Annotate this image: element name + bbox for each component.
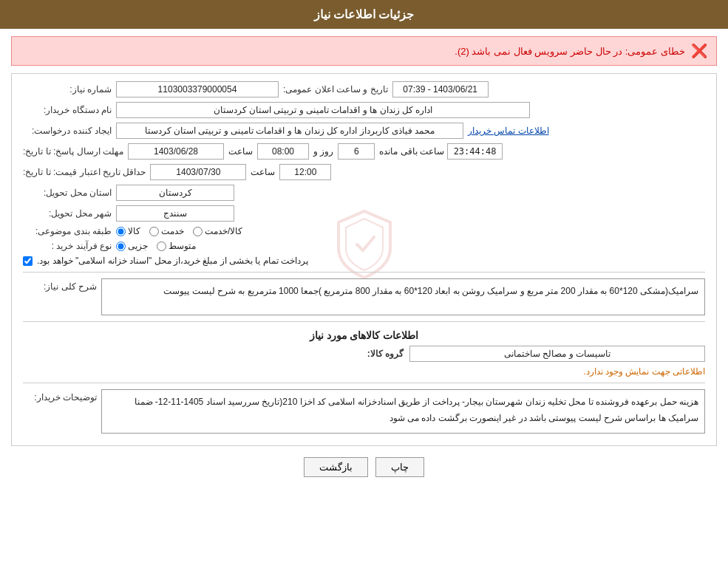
- buyer-org-value: اداره کل زندان ها و اقدامات تامینی و ترب…: [116, 102, 530, 118]
- row-creator: اطلاعات تماس خریدار محمد فیاذی کاربرداز …: [23, 123, 705, 139]
- error-message: خطای عمومی: در حال حاضر سرویس فعال نمی ب…: [455, 46, 685, 57]
- payment-checkbox-row: پرداخت تمام یا بخشی از مبلغ خرید،از محل …: [23, 256, 308, 266]
- goods-info-title: اطلاعات کالاهای مورد نیاز: [23, 329, 705, 341]
- process-label: نوع فرآیند خرید :: [23, 241, 112, 251]
- type-option-goods[interactable]: کالا: [116, 226, 140, 236]
- response-day-value: 6: [338, 143, 375, 160]
- divider-3: [23, 383, 705, 383]
- creator-value: محمد فیاذی کاربرداز اداره کل زندان ها و …: [116, 123, 463, 139]
- row-goods-group: تاسیسات و مصالح ساختمانی گروه کالا:: [23, 346, 705, 362]
- creator-link[interactable]: اطلاعات تماس خریدار: [468, 126, 549, 136]
- city-label: شهر محل تحویل:: [23, 208, 112, 219]
- divider-2: [23, 321, 705, 322]
- process-option-medium[interactable]: متوسط: [157, 241, 196, 251]
- divider-1: [23, 272, 705, 273]
- remaining-time-value: 23:44:48: [447, 143, 503, 160]
- province-value: کردستان: [116, 185, 234, 201]
- page-header: جزئیات اطلاعات نیاز: [0, 0, 728, 29]
- response-date-value: 1403/06/28: [128, 143, 224, 160]
- row-province: کردستان استان محل تحویل:: [23, 185, 705, 201]
- process-option-medium-label: متوسط: [169, 241, 196, 251]
- buyer-desc-label: توضیحات خریدار:: [23, 389, 97, 403]
- row-process: متوسط جزیی نوع فرآیند خرید :: [23, 241, 705, 251]
- no-info-text: اطلاعاتی جهت نمایش وجود ندارد.: [23, 366, 705, 377]
- response-deadline-label: مهلت ارسال پاسخ: تا تاریخ:: [23, 146, 123, 157]
- need-number-label: شماره نیاز:: [23, 84, 112, 95]
- response-time-label: ساعت: [228, 146, 253, 157]
- response-time-value: 08:00: [257, 143, 309, 160]
- type-radio-goods-service[interactable]: [193, 227, 203, 236]
- payment-checkbox[interactable]: [23, 256, 33, 266]
- back-button[interactable]: بازگشت: [304, 457, 368, 477]
- announce-date-value: 1403/06/21 - 07:39: [392, 81, 489, 97]
- buyer-desc-value: هزینه حمل برعهده فروشنده تا محل تخلیه زن…: [101, 389, 705, 434]
- description-label: شرح کلی نیاز:: [23, 278, 97, 292]
- remaining-time-group: 23:44:48 ساعت باقی مانده: [379, 143, 503, 160]
- type-radio-service[interactable]: [149, 227, 159, 236]
- main-form: AriaTender AriaTender .net 1403/06/21 - …: [11, 73, 717, 446]
- row-payment: پرداخت تمام یا بخشی از مبلغ خرید،از محل …: [23, 256, 705, 266]
- row-response-deadline: 23:44:48 ساعت باقی مانده 6 روز و 08:00 س…: [23, 143, 705, 160]
- process-option-partial-label: جزیی: [128, 241, 148, 251]
- type-option-goods-service-label: کالا/خدمت: [205, 226, 242, 236]
- type-option-service[interactable]: خدمت: [149, 226, 184, 236]
- row-city: سنندج شهر محل تحویل:: [23, 205, 705, 222]
- remaining-time-label: ساعت باقی مانده: [379, 146, 444, 157]
- process-radio-partial[interactable]: [116, 242, 126, 251]
- announce-date-label: تاریخ و ساعت اعلان عمومی:: [283, 84, 388, 95]
- price-valid-time-label: ساعت: [251, 167, 275, 177]
- buyer-org-label: نام دستگاه خریدار:: [23, 105, 112, 115]
- process-radio-medium[interactable]: [157, 242, 166, 251]
- row-buyer-desc: هزینه حمل برعهده فروشنده تا محل تخلیه زن…: [23, 389, 705, 434]
- row-need-number: 1403/06/21 - 07:39 تاریخ و ساعت اعلان عم…: [23, 81, 705, 97]
- print-button[interactable]: چاپ: [375, 457, 424, 477]
- error-icon: ❌: [691, 43, 707, 59]
- description-value: سرامیک(مشکی 120*60 به مقدار 200 متر مربع…: [101, 278, 705, 315]
- type-option-goods-service[interactable]: کالا/خدمت: [193, 226, 242, 236]
- type-option-service-label: خدمت: [161, 226, 184, 236]
- type-radio-goods[interactable]: [116, 227, 126, 236]
- row-description: سرامیک(مشکی 120*60 به مقدار 200 متر مربع…: [23, 278, 705, 315]
- row-buyer-org: اداره کل زندان ها و اقدامات تامینی و ترب…: [23, 102, 705, 118]
- province-label: استان محل تحویل:: [23, 188, 112, 198]
- goods-group-value: تاسیسات و مصالح ساختمانی: [409, 346, 705, 362]
- need-number-value: 1103003379000054: [116, 81, 279, 97]
- row-type: کالا/خدمت خدمت کالا طبقه بندی موضوعی:: [23, 226, 705, 236]
- creator-label: ایجاد کننده درخواست:: [23, 126, 112, 136]
- response-day-label: روز و: [313, 146, 333, 157]
- type-label: طبقه بندی موضوعی:: [23, 226, 112, 236]
- price-valid-label: حداقل تاریخ اعتبار قیمت: تا تاریخ:: [23, 167, 146, 177]
- price-valid-date: 1403/07/30: [150, 164, 246, 180]
- row-price-valid: 12:00 ساعت 1403/07/30 حداقل تاریخ اعتبار…: [23, 164, 705, 180]
- type-radio-group: کالا/خدمت خدمت کالا: [116, 226, 242, 236]
- type-option-goods-label: کالا: [128, 226, 140, 236]
- payment-checkbox-label: پرداخت تمام یا بخشی از مبلغ خرید،از محل …: [37, 256, 308, 266]
- error-banner: ❌ خطای عمومی: در حال حاضر سرویس فعال نمی…: [11, 36, 717, 66]
- goods-group-label: گروه کالا:: [367, 349, 404, 359]
- footer-buttons: چاپ بازگشت: [0, 457, 728, 477]
- process-radio-group: متوسط جزیی: [116, 241, 196, 251]
- process-option-partial[interactable]: جزیی: [116, 241, 148, 251]
- price-valid-time: 12:00: [279, 164, 331, 180]
- page-title: جزئیات اطلاعات نیاز: [314, 8, 415, 21]
- city-value: سنندج: [116, 205, 234, 222]
